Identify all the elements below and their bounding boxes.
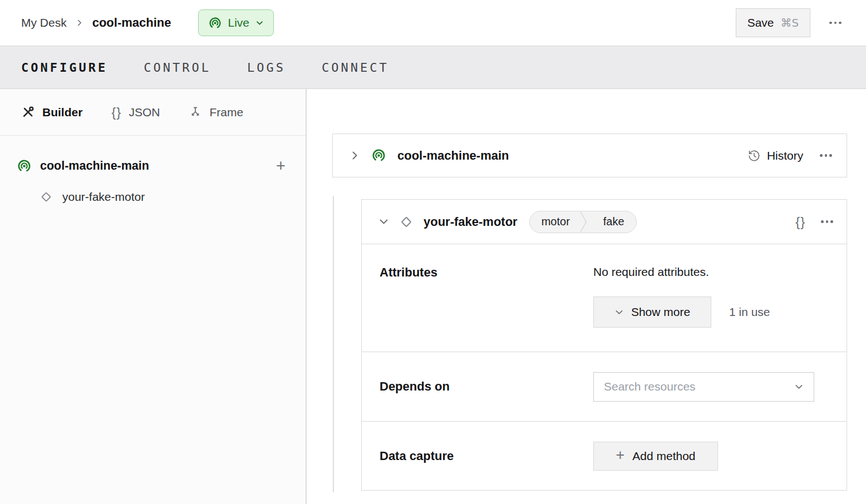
tab-control[interactable]: CONTROL bbox=[144, 61, 211, 75]
save-button-label: Save bbox=[747, 16, 774, 29]
history-button[interactable]: History bbox=[747, 149, 803, 162]
badge-divider bbox=[582, 211, 592, 233]
search-resources-input[interactable] bbox=[604, 380, 794, 393]
component-diamond-icon bbox=[39, 190, 53, 204]
frame-axes-icon bbox=[189, 106, 202, 119]
depends-on-label: Depends on bbox=[380, 379, 593, 394]
machine-tabs: CONFIGURE CONTROL LOGS CONNECT bbox=[0, 46, 866, 89]
attributes-section: Attributes No required attributes. Show … bbox=[362, 244, 847, 352]
component-model-label: fake bbox=[592, 215, 636, 228]
part-card-more-button[interactable] bbox=[820, 154, 832, 157]
tree-part-label: cool-machine-main bbox=[40, 159, 149, 173]
view-builder-label: Builder bbox=[42, 106, 82, 119]
machine-status-dropdown[interactable]: Live bbox=[198, 9, 274, 36]
view-frame[interactable]: Frame bbox=[189, 106, 243, 119]
add-resource-button[interactable]: + bbox=[276, 158, 286, 174]
plus-icon: + bbox=[616, 448, 624, 463]
machine-part-icon bbox=[17, 159, 32, 174]
resource-tree: cool-machine-main + your-fake-motor bbox=[0, 136, 306, 209]
machine-part-card: cool-machine-main History bbox=[332, 134, 847, 177]
view-json-label: JSON bbox=[129, 106, 160, 119]
tab-logs[interactable]: LOGS bbox=[247, 61, 286, 75]
component-type-label: motor bbox=[530, 215, 582, 228]
tab-connect[interactable]: CONNECT bbox=[322, 61, 389, 75]
component-card: your-fake-motor motor fake {} Attributes… bbox=[361, 199, 847, 491]
data-capture-section: Data capture + Add method bbox=[362, 422, 847, 491]
component-json-icon[interactable]: {} bbox=[795, 214, 805, 230]
tree-item-machine-part[interactable]: cool-machine-main + bbox=[0, 154, 306, 178]
machine-live-icon bbox=[208, 16, 222, 30]
component-diamond-icon bbox=[398, 214, 414, 230]
machine-status-label: Live bbox=[228, 16, 250, 29]
config-sidebar: Builder {} JSON Frame bbox=[0, 89, 307, 504]
part-card-title: cool-machine-main bbox=[397, 149, 509, 163]
breadcrumb-root-link[interactable]: My Desk bbox=[21, 16, 67, 29]
add-method-label: Add method bbox=[632, 449, 695, 463]
breadcrumb-separator-icon bbox=[76, 19, 83, 27]
tree-item-component[interactable]: your-fake-motor bbox=[0, 185, 306, 209]
view-switcher: Builder {} JSON Frame bbox=[0, 89, 306, 136]
config-main-panel: cool-machine-main History bbox=[307, 89, 866, 504]
attributes-empty-text: No required attributes. bbox=[593, 265, 829, 279]
breadcrumb: My Desk cool-machine bbox=[21, 16, 171, 30]
show-more-label: Show more bbox=[631, 305, 690, 319]
attributes-label: Attributes bbox=[380, 265, 593, 352]
save-shortcut: ⌘S bbox=[781, 16, 799, 29]
chevron-down-icon bbox=[614, 308, 624, 317]
tree-component-label: your-fake-motor bbox=[62, 190, 145, 204]
machine-part-icon bbox=[371, 148, 386, 163]
component-card-title: your-fake-motor bbox=[424, 215, 518, 229]
tree-connector-line bbox=[333, 196, 334, 492]
data-capture-label: Data capture bbox=[380, 449, 593, 463]
show-more-button[interactable]: Show more bbox=[593, 297, 711, 328]
attributes-in-use-count: 1 in use bbox=[729, 305, 770, 319]
view-frame-label: Frame bbox=[209, 106, 243, 119]
breadcrumb-current: cool-machine bbox=[92, 16, 171, 30]
depends-on-section: Depends on bbox=[362, 352, 847, 422]
save-button[interactable]: Save ⌘S bbox=[736, 8, 811, 37]
depends-on-select[interactable] bbox=[593, 372, 814, 402]
collapse-component-chevron-icon[interactable] bbox=[378, 216, 389, 227]
chevron-down-icon bbox=[255, 19, 264, 27]
add-method-button[interactable]: + Add method bbox=[593, 442, 718, 471]
chevron-down-icon bbox=[794, 382, 804, 392]
history-label: History bbox=[767, 149, 803, 162]
builder-tools-icon bbox=[21, 105, 35, 119]
component-model-badge: motor fake bbox=[529, 211, 637, 233]
history-icon bbox=[747, 149, 761, 162]
tab-configure[interactable]: CONFIGURE bbox=[21, 61, 107, 75]
view-json[interactable]: {} JSON bbox=[111, 105, 160, 120]
topbar-more-button[interactable] bbox=[829, 22, 842, 24]
component-more-button[interactable] bbox=[821, 220, 833, 223]
braces-icon: {} bbox=[111, 105, 121, 120]
expand-part-chevron-icon[interactable] bbox=[350, 150, 360, 161]
view-builder[interactable]: Builder bbox=[21, 105, 82, 119]
top-bar: My Desk cool-machine Live Save ⌘S bbox=[0, 0, 866, 46]
component-card-header: your-fake-motor motor fake {} bbox=[362, 200, 847, 244]
